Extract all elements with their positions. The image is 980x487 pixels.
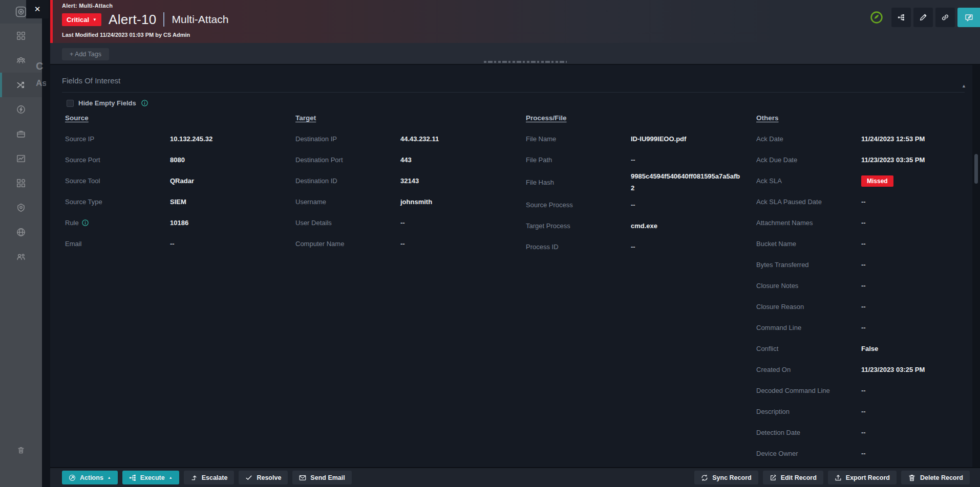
field-row: File Name ID-IU999IEOO.pdf — [526, 128, 743, 149]
sidebar-item-globe[interactable] — [0, 220, 42, 245]
field-row: Source IP 10.132.245.32 — [65, 128, 282, 149]
alert-detail-panel: Alert: Multi-Attach Critical ▼ Alert-10 … — [50, 0, 980, 487]
comments-button[interactable] — [957, 8, 980, 27]
sidebar-item-dashboard[interactable] — [0, 24, 42, 48]
section-divider — [62, 92, 965, 93]
bolt-icon — [16, 105, 26, 114]
field-row: Decoded Command Line -- — [756, 380, 973, 401]
info-icon[interactable] — [141, 99, 148, 107]
delete-record-button[interactable]: Delete Record — [901, 471, 970, 484]
field-row: Closure Reason -- — [756, 296, 973, 317]
field-row: Bucket Name -- — [756, 233, 973, 254]
field-row: Email -- — [65, 233, 282, 254]
field-label: Source Port — [65, 156, 170, 164]
record-name: Multi-Attach — [172, 13, 228, 26]
sync-icon — [701, 474, 708, 481]
hide-empty-fields-checkbox[interactable] — [67, 100, 74, 107]
field-label: Bucket Name — [756, 240, 861, 248]
field-label: Ack Date — [756, 135, 861, 143]
field-label: Conflict — [756, 345, 861, 352]
edit-record-button[interactable]: Edit Record — [763, 471, 823, 484]
field-row: Ack SLA Paused Date -- — [756, 191, 973, 212]
field-label: File Path — [526, 156, 631, 164]
field-label: File Hash — [526, 179, 631, 186]
sidebar-item-users[interactable] — [0, 245, 42, 269]
sidebar-item-apps[interactable] — [0, 171, 42, 195]
field-label: Destination Port — [295, 156, 400, 164]
shield-icon — [16, 203, 26, 212]
field-value: SIEM — [170, 196, 282, 208]
resolve-button[interactable]: Resolve — [239, 471, 288, 484]
sidebar-item-shield[interactable] — [0, 195, 42, 220]
field-label: Device Owner — [756, 450, 861, 457]
clipped-scrolled-text — [484, 61, 567, 63]
field-label: Closure Reason — [756, 303, 861, 311]
sidebar-item-bolt[interactable] — [0, 97, 42, 122]
close-button[interactable]: ✕ — [26, 0, 49, 18]
field-value: -- — [631, 199, 743, 211]
actions-button[interactable]: Actions▲ — [62, 471, 118, 484]
last-modified-label: Last Modified 11/24/2023 01:03 PM by CS … — [62, 32, 980, 38]
edit-icon — [770, 474, 777, 481]
field-row: File Path -- — [526, 149, 743, 170]
field-row: Ack Date 11/24/2023 12:53 PM — [756, 128, 973, 149]
scrollbar-track[interactable] — [972, 65, 980, 467]
field-label: Closure Notes — [756, 282, 861, 290]
field-value: -- — [861, 427, 973, 438]
field-row: Rule 10186 — [65, 212, 282, 233]
sync-record-button[interactable]: Sync Record — [694, 471, 758, 484]
sidebar-item-briefcase[interactable] — [0, 122, 42, 146]
field-value: cmd.exe — [631, 220, 743, 232]
apps-icon — [16, 179, 26, 188]
field-group-title[interactable]: Target — [295, 114, 513, 122]
field-row: Bytes Transferred -- — [756, 254, 973, 275]
field-label: Computer Name — [295, 240, 400, 248]
collapse-caret-icon[interactable]: ▲ — [962, 83, 966, 88]
field-label: Created On — [756, 366, 861, 373]
field-row: Process ID -- — [526, 236, 743, 257]
button-label: Delete Record — [920, 474, 963, 481]
info-icon[interactable] — [81, 219, 89, 227]
chevron-up-icon: ▲ — [169, 476, 173, 479]
team-icon — [16, 56, 26, 65]
field-row: Source Tool QRadar — [65, 170, 282, 191]
tags-bar: + Add Tags — [50, 43, 980, 65]
field-label: Ack SLA — [756, 177, 861, 185]
sidebar-item-chart[interactable] — [0, 146, 42, 171]
field-value: 11/24/2023 12:53 PM — [861, 133, 973, 145]
field-row: Ack Due Date 11/23/2023 03:35 PM — [756, 149, 973, 170]
execute-button[interactable]: Execute▲ — [122, 471, 179, 484]
field-value: 44.43.232.11 — [400, 133, 513, 145]
link-button[interactable] — [935, 8, 955, 27]
resolve-icon — [245, 474, 252, 481]
field-value: -- — [861, 259, 973, 271]
field-group-title[interactable]: Source — [65, 114, 282, 122]
field-group-title[interactable]: Others — [756, 114, 973, 122]
alert-header: Alert: Multi-Attach Critical ▼ Alert-10 … — [50, 0, 980, 43]
field-group-title[interactable]: Process/File — [526, 114, 743, 122]
send-email-button[interactable]: Send Email — [292, 471, 351, 484]
field-value: -- — [170, 238, 282, 250]
field-row: Ack SLA Missed — [756, 170, 973, 191]
field-value: -- — [400, 217, 513, 229]
field-row: File Hash 9985c4594f540640ff081595a7a5af… — [526, 170, 743, 194]
field-value: -- — [861, 385, 973, 396]
field-row: Closure Notes -- — [756, 275, 973, 296]
field-label: Target Process — [526, 222, 631, 230]
field-label: Source Type — [65, 198, 170, 206]
trash-icon — [908, 474, 916, 482]
edit-button[interactable] — [913, 8, 933, 27]
link-icon — [941, 13, 949, 21]
field-value: -- — [861, 238, 973, 250]
escalate-button[interactable]: Escalate — [184, 471, 235, 484]
export-record-button[interactable]: Export Record — [828, 471, 897, 484]
scrollbar-thumb[interactable] — [974, 154, 978, 184]
add-tags-button[interactable]: + Add Tags — [62, 48, 109, 60]
severity-dropdown[interactable]: Critical ▼ — [62, 13, 101, 26]
field-row: Computer Name -- — [295, 233, 513, 254]
sidebar-item-trash[interactable] — [0, 438, 42, 462]
chevron-down-icon: ▼ — [93, 17, 97, 22]
sla-status-badge: Missed — [861, 175, 893, 187]
close-icon: ✕ — [34, 5, 41, 14]
workflow-button[interactable] — [891, 8, 911, 27]
